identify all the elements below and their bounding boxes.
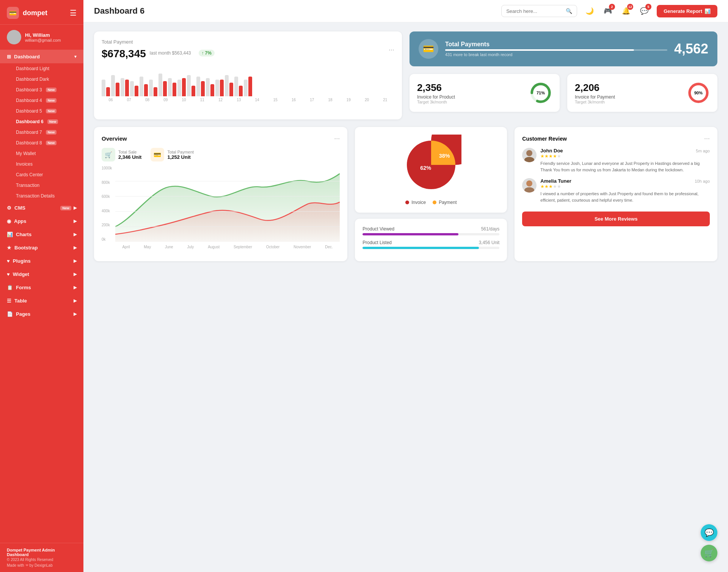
nav-sub-dashboard-4[interactable]: Dashboard 4New (0, 95, 83, 106)
nav-sub-invoices[interactable]: Invoices (0, 159, 83, 169)
blue-card-sub: 431 more to break last month record (445, 52, 667, 57)
pie-legend: Invoice Payment (405, 200, 457, 205)
bar-dark (125, 80, 129, 96)
gamepad-badge: 2 (609, 4, 615, 10)
bar-dark (229, 83, 233, 96)
footer-copy: © 2023 All Rights Reserved (7, 558, 77, 562)
bar-dark (220, 80, 224, 96)
bar-dark (248, 77, 252, 96)
bar-label: 15 (273, 98, 278, 102)
bar-light (244, 80, 248, 96)
hamburger-icon[interactable]: ☰ (70, 8, 77, 17)
reviewer-name-1: John Doe (540, 148, 563, 154)
nav-sub-cards-center[interactable]: Cards Center (0, 169, 83, 180)
reviewer-avatar-1 (522, 148, 537, 162)
bar-dark (163, 81, 167, 96)
sidebar: 💳 dompet ☰ Hi, William william@gmail.com… (0, 0, 83, 572)
review-dots-menu[interactable]: ··· (704, 135, 710, 143)
blue-card-title: Total Payments (445, 41, 667, 48)
cart-fab-button[interactable]: 🛒 (701, 545, 717, 561)
invoice-product-target: Target 3k/month (417, 100, 455, 104)
product-listed-stat: Product Listed 3,456 Unit (362, 240, 499, 249)
see-more-reviews-button[interactable]: See More Reviews (522, 212, 710, 226)
bar-dark (173, 83, 176, 96)
invoice-product-donut: 71% (529, 81, 552, 104)
sidebar-footer: Dompet Payment Admin Dashboard © 2023 Al… (0, 543, 83, 572)
bar-label: 13 (237, 98, 241, 102)
nav-item-bootstrap[interactable]: ★ Bootstrap ▶ (0, 241, 83, 254)
nav-sub-dashboard-7[interactable]: Dashboard 7New (0, 127, 83, 138)
overview-dots-menu[interactable]: ··· (334, 135, 340, 143)
bar-group (158, 74, 167, 96)
review-item-2: Amelia Tuner 10h ago ★★★★★ I viewed a nu… (522, 178, 710, 203)
dots-menu-icon[interactable]: ··· (389, 46, 394, 54)
bar-group (149, 80, 157, 96)
fab-wrap: 💬 🛒 (701, 524, 717, 561)
total-sale-stat: 🛒 Total Sale 2,346 Unit (102, 148, 141, 161)
nav-sub-transaction-details[interactable]: Transaction Details (0, 191, 83, 201)
bar-group (234, 77, 243, 96)
bar-group (196, 77, 205, 96)
nav-sub-dashboard-5[interactable]: Dashboard 5New (0, 106, 83, 116)
invoice-payment-donut: 90% (687, 81, 710, 104)
bar-chart-wrap: 06070809101112131415161718192021 (102, 66, 394, 102)
search-input[interactable] (506, 8, 563, 14)
nav-item-apps[interactable]: ◉ Apps ▶ (0, 215, 83, 228)
nav-item-pages[interactable]: 📄 Pages ▶ (0, 307, 83, 321)
nav-item-charts[interactable]: 📊 Charts ▶ (0, 228, 83, 241)
product-viewed-fill (362, 233, 458, 235)
invoice-payment-target: Target 3k/month (575, 100, 615, 104)
trend-badge: ↑ 7% (199, 50, 215, 56)
bar-label: 12 (218, 98, 223, 102)
nav-sub-dashboard-6[interactable]: Dashboard 6New (0, 116, 83, 127)
main-content: Dashboard 6 🔍 🌙 🎮 2 🔔 12 💬 5 Generate R (83, 0, 728, 572)
product-viewed-label: Product Viewed (362, 226, 394, 232)
nav-item-forms[interactable]: 📋 Forms ▶ (0, 281, 83, 294)
bar-light (196, 77, 200, 96)
bar-group (121, 78, 129, 96)
bell-icon-btn[interactable]: 🔔 12 (620, 5, 632, 17)
overview-stats: 🛒 Total Sale 2,346 Unit 💳 Total Payment … (102, 148, 340, 161)
bar-label: 14 (255, 98, 259, 102)
pie-chart: 62% 38% (401, 135, 461, 195)
bar-group (225, 75, 233, 96)
gamepad-icon-btn[interactable]: 🎮 2 (601, 5, 614, 17)
bootstrap-icon: ★ (7, 245, 11, 251)
nav-item-cms[interactable]: ⚙ CMS New ▶ (0, 201, 83, 215)
trend-value: 7% (205, 50, 212, 56)
bar-light (111, 75, 115, 96)
nav-sub-dashboard-light[interactable]: Dashboard Light (0, 63, 83, 74)
reviewer-time-1: 5m ago (696, 149, 710, 153)
product-viewed-bar (362, 233, 499, 235)
sidebar-profile: Hi, William william@gmail.com (0, 25, 83, 50)
total-sale-value: 2,346 Unit (118, 154, 141, 160)
bar-label: 11 (200, 98, 204, 102)
plugins-icon: ♥ (7, 258, 10, 264)
bar-label: 21 (383, 98, 387, 102)
nav-item-table[interactable]: ☰ Table ▶ (0, 294, 83, 307)
moon-icon: 🌙 (585, 7, 594, 15)
bar-light (177, 80, 181, 96)
total-payment-icon: 💳 (151, 148, 164, 161)
nav-sub-transaction[interactable]: Transaction (0, 180, 83, 191)
total-sale-icon: 🛒 (102, 148, 115, 161)
chat-icon-btn[interactable]: 💬 5 (638, 5, 651, 17)
review-title: Customer Review (522, 136, 566, 142)
moon-icon-btn[interactable]: 🌙 (583, 5, 596, 17)
svg-point-15 (526, 180, 532, 186)
nav-item-dashboard[interactable]: ⊞ Dashboard ▾ (0, 50, 83, 63)
bar-dark (154, 87, 157, 96)
svg-text:62%: 62% (420, 165, 431, 171)
nav-sub-my-wallet[interactable]: My Wallet (0, 148, 83, 159)
review-item-1: John Doe 5m ago ★★★★★ Friendly service J… (522, 148, 710, 173)
bar-label: 07 (127, 98, 131, 102)
nav-sub-dashboard-8[interactable]: Dashboard 8New (0, 138, 83, 148)
generate-report-button[interactable]: Generate Report 📊 (657, 5, 717, 17)
nav-item-plugins[interactable]: ♥ Plugins ▶ (0, 254, 83, 268)
generate-label: Generate Report (664, 8, 702, 14)
nav-item-widget[interactable]: ♥ Widget ▶ (0, 268, 83, 281)
chat-fab-button[interactable]: 💬 (701, 524, 717, 541)
nav-sub-dashboard-dark[interactable]: Dashboard Dark (0, 74, 83, 85)
nav-sub-dashboard-3[interactable]: Dashboard 3New (0, 85, 83, 95)
reviewer-time-2: 10h ago (695, 179, 710, 183)
